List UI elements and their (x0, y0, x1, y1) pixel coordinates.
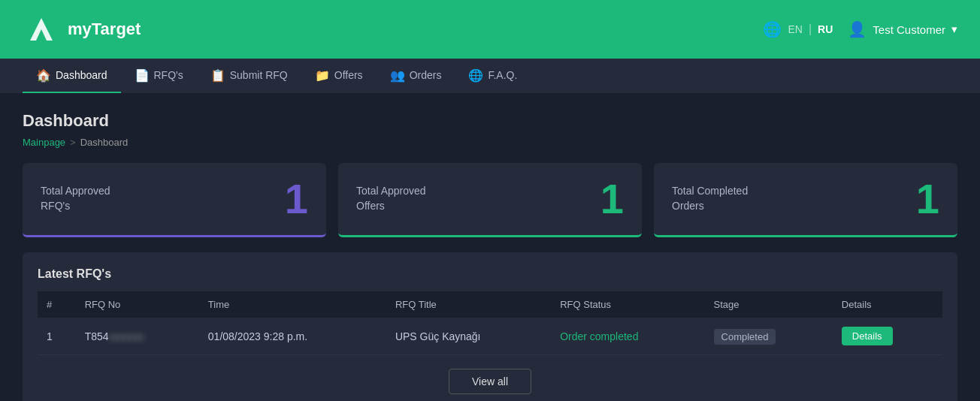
stat-label-offers: Total Approved Offers (356, 184, 426, 213)
nav-item-rfqs[interactable]: 📄 RFQ's (121, 59, 197, 93)
page-title: Dashboard (23, 111, 957, 131)
submit-rfq-icon: 📋 (210, 68, 225, 83)
lang-switcher: 🌐 EN | RU (763, 20, 833, 38)
nav-item-orders[interactable]: 👥 Orders (377, 59, 455, 93)
stats-row: Total Approved RFQ's 1 Total Approved Of… (23, 163, 957, 237)
col-num: # (38, 291, 76, 318)
nav-label-orders: Orders (410, 69, 442, 81)
rfq-id-masked: ●●●●●● (109, 331, 144, 342)
nav-item-offers[interactable]: 📁 Offers (301, 59, 377, 93)
stat-label-rfq: Total Approved RFQ's (41, 184, 110, 213)
breadcrumb: Mainpage > Dashboard (23, 137, 957, 148)
breadcrumb-separator: > (70, 137, 76, 148)
table-title: Latest RFQ's (38, 267, 942, 281)
cell-num: 1 (38, 318, 76, 355)
nav-item-faq[interactable]: 🌐 F.A.Q. (455, 59, 531, 93)
lang-en-button[interactable]: EN (788, 23, 802, 35)
cell-stage: Completed (705, 318, 833, 355)
stat-number-orders: 1 (916, 178, 939, 220)
rfq-table: # RFQ No Time RFQ Title RFQ Status Stage… (38, 291, 942, 355)
main-nav: 🏠 Dashboard 📄 RFQ's 📋 Submit RFQ 📁 Offer… (0, 59, 980, 93)
user-caret-icon: ▾ (951, 23, 957, 36)
breadcrumb-current: Dashboard (80, 137, 129, 148)
col-rfq-title: RFQ Title (386, 291, 551, 318)
cell-title: UPS Güç Kaynağı (386, 318, 551, 355)
orders-icon: 👥 (390, 68, 405, 83)
nav-label-dashboard: Dashboard (56, 69, 107, 81)
cell-time: 01/08/2023 9:28 p.m. (199, 318, 386, 355)
stat-label-orders: Total Completed Orders (672, 184, 748, 213)
col-details: Details (833, 291, 942, 318)
col-time: Time (199, 291, 386, 318)
table-header-row: # RFQ No Time RFQ Title RFQ Status Stage… (38, 291, 942, 318)
main-content: Dashboard Mainpage > Dashboard Total App… (0, 93, 980, 401)
nav-item-dashboard[interactable]: 🏠 Dashboard (23, 59, 121, 93)
user-icon: 👤 (848, 20, 867, 38)
header-right: 🌐 EN | RU 👤 Test Customer ▾ (763, 20, 957, 38)
cell-rfq-no: T854●●●●●● (76, 318, 199, 355)
details-button[interactable]: Details (842, 327, 893, 345)
table-row: 1 T854●●●●●● 01/08/2023 9:28 p.m. UPS Gü… (38, 318, 942, 355)
nav-label-submit-rfq: Submit RFQ (230, 69, 288, 81)
cell-details: Details (833, 318, 942, 355)
stat-number-rfq: 1 (285, 178, 308, 220)
cell-status: Order completed (551, 318, 704, 355)
col-rfq-no: RFQ No (76, 291, 199, 318)
view-all-area: View all (38, 369, 942, 394)
latest-rfq-section: Latest RFQ's # RFQ No Time RFQ Title RFQ… (23, 252, 957, 401)
stat-card-offers: Total Approved Offers 1 (338, 163, 642, 237)
lang-ru-button[interactable]: RU (818, 23, 833, 35)
breadcrumb-mainpage[interactable]: Mainpage (23, 137, 65, 148)
logo-icon (23, 11, 60, 48)
lang-separator: | (809, 23, 812, 36)
nav-label-rfqs: RFQ's (154, 69, 183, 81)
faq-icon: 🌐 (468, 68, 483, 83)
logo-text: myTarget (68, 20, 141, 39)
nav-item-submit-rfq[interactable]: 📋 Submit RFQ (197, 59, 301, 93)
header: myTarget 🌐 EN | RU 👤 Test Customer ▾ (0, 0, 980, 59)
col-rfq-status: RFQ Status (551, 291, 704, 318)
col-stage: Stage (705, 291, 833, 318)
nav-label-faq: F.A.Q. (488, 69, 517, 81)
logo-area: myTarget (23, 11, 141, 48)
stage-badge: Completed (714, 329, 776, 345)
view-all-button[interactable]: View all (449, 369, 531, 394)
stat-number-offers: 1 (600, 178, 624, 220)
status-badge: Order completed (560, 330, 638, 342)
offers-icon: 📁 (315, 68, 330, 83)
home-icon: 🏠 (36, 68, 51, 83)
rfqs-icon: 📄 (135, 68, 150, 83)
nav-label-offers: Offers (334, 69, 363, 81)
user-name: Test Customer (873, 23, 945, 36)
stat-card-rfq: Total Approved RFQ's 1 (23, 163, 326, 237)
stat-card-orders: Total Completed Orders 1 (654, 163, 957, 237)
user-menu[interactable]: 👤 Test Customer ▾ (848, 20, 957, 38)
globe-icon: 🌐 (763, 20, 782, 38)
